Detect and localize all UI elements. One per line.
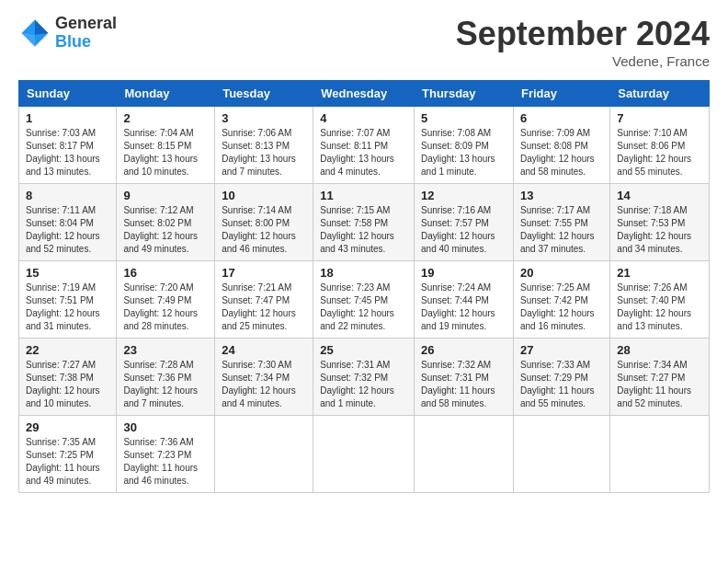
day-number: 2: [123, 111, 208, 125]
day-info: Sunrise: 7:18 AM Sunset: 7:53 PM Dayligh…: [617, 204, 702, 256]
day-header-thursday: Thursday: [415, 81, 514, 107]
day-number: 5: [421, 111, 506, 125]
day-number: 30: [123, 420, 208, 434]
day-number: 1: [26, 111, 109, 125]
day-info: Sunrise: 7:24 AM Sunset: 7:44 PM Dayligh…: [421, 282, 506, 333]
day-header-friday: Friday: [513, 81, 609, 107]
calendar-cell: 10Sunrise: 7:14 AM Sunset: 8:00 PM Dayli…: [215, 184, 313, 261]
calendar-cell: 8Sunrise: 7:11 AM Sunset: 8:04 PM Daylig…: [19, 184, 117, 261]
day-info: Sunrise: 7:16 AM Sunset: 7:57 PM Dayligh…: [421, 204, 506, 256]
calendar-cell: 5Sunrise: 7:08 AM Sunset: 8:09 PM Daylig…: [415, 107, 514, 184]
calendar-header-row: SundayMondayTuesdayWednesdayThursdayFrid…: [19, 81, 710, 107]
day-header-saturday: Saturday: [610, 81, 710, 107]
logo-text: General Blue: [55, 15, 117, 52]
day-number: 21: [617, 266, 702, 280]
day-number: 11: [320, 189, 407, 202]
calendar-cell: 24Sunrise: 7:30 AM Sunset: 7:34 PM Dayli…: [215, 339, 313, 416]
day-info: Sunrise: 7:15 AM Sunset: 7:58 PM Dayligh…: [320, 204, 407, 256]
calendar-cell: 21Sunrise: 7:26 AM Sunset: 7:40 PM Dayli…: [610, 261, 710, 339]
day-info: Sunrise: 7:35 AM Sunset: 7:25 PM Dayligh…: [26, 436, 109, 488]
calendar-cell: 14Sunrise: 7:18 AM Sunset: 7:53 PM Dayli…: [610, 184, 710, 261]
calendar-cell: [215, 416, 313, 493]
day-info: Sunrise: 7:17 AM Sunset: 7:55 PM Dayligh…: [520, 204, 603, 256]
day-info: Sunrise: 7:21 AM Sunset: 7:47 PM Dayligh…: [222, 282, 306, 333]
calendar-cell: 26Sunrise: 7:32 AM Sunset: 7:31 PM Dayli…: [415, 339, 514, 416]
page: General Blue September 2024 Vedene, Fran…: [0, 0, 728, 508]
day-number: 4: [320, 111, 407, 125]
calendar-cell: 2Sunrise: 7:04 AM Sunset: 8:15 PM Daylig…: [117, 107, 215, 184]
calendar-cell: 28Sunrise: 7:34 AM Sunset: 7:27 PM Dayli…: [610, 339, 710, 416]
calendar-cell: 23Sunrise: 7:28 AM Sunset: 7:36 PM Dayli…: [117, 339, 215, 416]
calendar-cell: 29Sunrise: 7:35 AM Sunset: 7:25 PM Dayli…: [19, 416, 117, 493]
day-info: Sunrise: 7:28 AM Sunset: 7:36 PM Dayligh…: [123, 359, 208, 410]
day-info: Sunrise: 7:19 AM Sunset: 7:51 PM Dayligh…: [26, 282, 109, 333]
day-number: 22: [26, 343, 109, 357]
logo-blue-text: Blue: [55, 33, 117, 52]
day-info: Sunrise: 7:36 AM Sunset: 7:23 PM Dayligh…: [123, 436, 208, 488]
logo: General Blue: [18, 15, 117, 52]
calendar-week-row: 29Sunrise: 7:35 AM Sunset: 7:25 PM Dayli…: [19, 416, 710, 493]
day-header-monday: Monday: [117, 81, 215, 107]
calendar-cell: 19Sunrise: 7:24 AM Sunset: 7:44 PM Dayli…: [415, 261, 514, 339]
day-info: Sunrise: 7:32 AM Sunset: 7:31 PM Dayligh…: [421, 359, 506, 410]
logo-general-text: General: [55, 15, 117, 33]
day-number: 13: [520, 189, 603, 202]
day-number: 12: [421, 189, 506, 202]
calendar-cell: 18Sunrise: 7:23 AM Sunset: 7:45 PM Dayli…: [313, 261, 415, 339]
calendar-cell: 9Sunrise: 7:12 AM Sunset: 8:02 PM Daylig…: [117, 184, 215, 261]
calendar-cell: 20Sunrise: 7:25 AM Sunset: 7:42 PM Dayli…: [513, 261, 609, 339]
month-title: September 2024: [456, 15, 710, 53]
header: General Blue September 2024 Vedene, Fran…: [18, 15, 710, 69]
title-block: September 2024 Vedene, France: [456, 15, 710, 69]
calendar-week-row: 22Sunrise: 7:27 AM Sunset: 7:38 PM Dayli…: [19, 339, 710, 416]
day-number: 18: [320, 266, 407, 280]
day-info: Sunrise: 7:08 AM Sunset: 8:09 PM Dayligh…: [421, 127, 506, 178]
location-subtitle: Vedene, France: [456, 53, 710, 69]
day-number: 6: [520, 111, 603, 125]
day-number: 14: [617, 189, 702, 202]
day-info: Sunrise: 7:06 AM Sunset: 8:13 PM Dayligh…: [222, 127, 306, 178]
logo-icon: [18, 17, 51, 50]
day-info: Sunrise: 7:03 AM Sunset: 8:17 PM Dayligh…: [26, 127, 109, 178]
day-number: 17: [222, 266, 306, 280]
day-info: Sunrise: 7:33 AM Sunset: 7:29 PM Dayligh…: [520, 359, 603, 410]
day-info: Sunrise: 7:30 AM Sunset: 7:34 PM Dayligh…: [222, 359, 306, 410]
day-info: Sunrise: 7:09 AM Sunset: 8:08 PM Dayligh…: [520, 127, 603, 178]
day-number: 28: [617, 343, 702, 357]
svg-marker-1: [35, 19, 48, 34]
calendar-cell: 6Sunrise: 7:09 AM Sunset: 8:08 PM Daylig…: [513, 107, 609, 184]
calendar-cell: 4Sunrise: 7:07 AM Sunset: 8:11 PM Daylig…: [313, 107, 415, 184]
day-info: Sunrise: 7:04 AM Sunset: 8:15 PM Dayligh…: [123, 127, 208, 178]
calendar-table: SundayMondayTuesdayWednesdayThursdayFrid…: [18, 80, 710, 493]
day-info: Sunrise: 7:20 AM Sunset: 7:49 PM Dayligh…: [123, 282, 208, 333]
day-number: 10: [222, 189, 306, 202]
calendar-cell: 17Sunrise: 7:21 AM Sunset: 7:47 PM Dayli…: [215, 261, 313, 339]
calendar-cell: 11Sunrise: 7:15 AM Sunset: 7:58 PM Dayli…: [313, 184, 415, 261]
calendar-cell: 16Sunrise: 7:20 AM Sunset: 7:49 PM Dayli…: [117, 261, 215, 339]
day-number: 3: [222, 111, 306, 125]
day-number: 7: [617, 111, 702, 125]
day-number: 19: [421, 266, 506, 280]
calendar-cell: 25Sunrise: 7:31 AM Sunset: 7:32 PM Dayli…: [313, 339, 415, 416]
calendar-cell: [513, 416, 609, 493]
calendar-cell: 12Sunrise: 7:16 AM Sunset: 7:57 PM Dayli…: [415, 184, 514, 261]
day-info: Sunrise: 7:07 AM Sunset: 8:11 PM Dayligh…: [320, 127, 407, 178]
day-header-sunday: Sunday: [19, 81, 117, 107]
day-number: 16: [123, 266, 208, 280]
calendar-cell: 7Sunrise: 7:10 AM Sunset: 8:06 PM Daylig…: [610, 107, 710, 184]
day-number: 24: [222, 343, 306, 357]
day-info: Sunrise: 7:25 AM Sunset: 7:42 PM Dayligh…: [520, 282, 603, 333]
calendar-week-row: 8Sunrise: 7:11 AM Sunset: 8:04 PM Daylig…: [19, 184, 710, 261]
calendar-cell: 3Sunrise: 7:06 AM Sunset: 8:13 PM Daylig…: [215, 107, 313, 184]
calendar-cell: [415, 416, 514, 493]
svg-marker-2: [22, 33, 35, 46]
day-number: 29: [26, 420, 109, 434]
day-info: Sunrise: 7:27 AM Sunset: 7:38 PM Dayligh…: [26, 359, 109, 410]
day-number: 26: [421, 343, 506, 357]
day-number: 8: [26, 189, 109, 202]
day-number: 25: [320, 343, 407, 357]
calendar-cell: [610, 416, 710, 493]
day-number: 27: [520, 343, 603, 357]
day-info: Sunrise: 7:26 AM Sunset: 7:40 PM Dayligh…: [617, 282, 702, 333]
day-header-wednesday: Wednesday: [313, 81, 415, 107]
